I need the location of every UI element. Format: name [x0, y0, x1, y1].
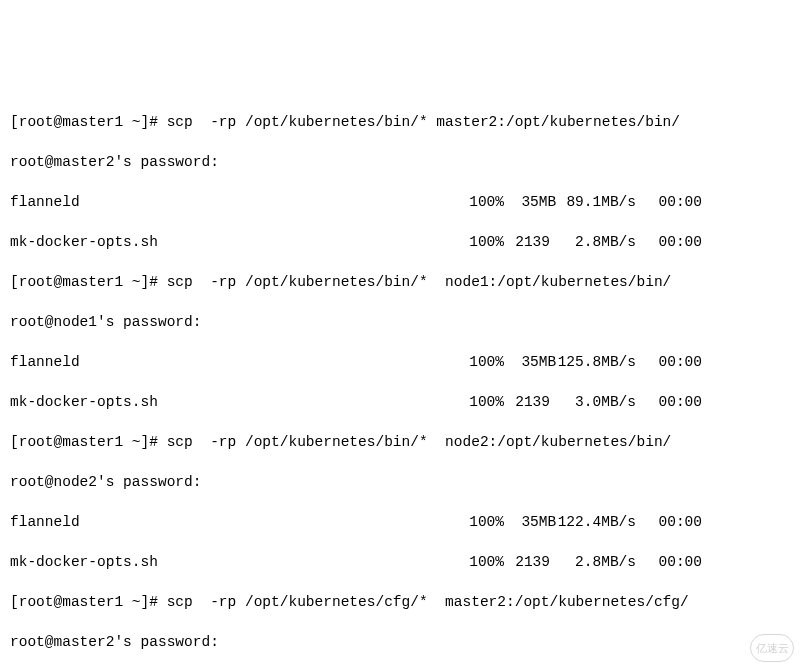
file-name: mk-docker-opts.sh [10, 392, 458, 412]
eta: 00:00 [636, 552, 702, 572]
rate: 122.4MB/s [550, 512, 636, 532]
size: 35MB [504, 192, 550, 212]
size: 2139 [504, 232, 550, 252]
eta: 00:00 [636, 192, 702, 212]
file-name: flanneld [10, 192, 458, 212]
password-prompt: root@master2's password: [10, 632, 790, 652]
eta: 00:00 [636, 512, 702, 532]
size: 2139 [504, 552, 550, 572]
cmd-line: [root@master1 ~]# scp -rp /opt/kubernete… [10, 432, 790, 452]
watermark: 亿速云 [742, 614, 794, 662]
rate: 2.8MB/s [550, 232, 636, 252]
scp-progress-line: mk-docker-opts.sh100% 21392.8MB/s00:00 [10, 552, 790, 572]
eta: 00:00 [636, 352, 702, 372]
scp-progress-line: flanneld100% 35MB122.4MB/s00:00 [10, 512, 790, 532]
cmd-line: [root@master1 ~]# scp -rp /opt/kubernete… [10, 592, 790, 612]
cmd-line: [root@master1 ~]# scp -rp /opt/kubernete… [10, 272, 790, 292]
percent: 100% [458, 232, 504, 252]
password-prompt: root@node1's password: [10, 312, 790, 332]
file-name: mk-docker-opts.sh [10, 232, 458, 252]
scp-progress-line: mk-docker-opts.sh100% 21392.8MB/s00:00 [10, 232, 790, 252]
rate: 125.8MB/s [550, 352, 636, 372]
scp-progress-line: flanneld100% 35MB89.1MB/s00:00 [10, 192, 790, 212]
percent: 100% [458, 512, 504, 532]
scp-progress-line: mk-docker-opts.sh100% 21393.0MB/s00:00 [10, 392, 790, 412]
eta: 00:00 [636, 392, 702, 412]
percent: 100% [458, 192, 504, 212]
percent: 100% [458, 392, 504, 412]
file-name: flanneld [10, 352, 458, 372]
watermark-text: 亿速云 [750, 634, 794, 662]
rate: 2.8MB/s [550, 552, 636, 572]
file-name: flanneld [10, 512, 458, 532]
eta: 00:00 [636, 232, 702, 252]
password-prompt: root@master2's password: [10, 152, 790, 172]
size: 35MB [504, 352, 550, 372]
password-prompt: root@node2's password: [10, 472, 790, 492]
terminal-output: [root@master1 ~]# scp -rp /opt/kubernete… [10, 92, 790, 668]
percent: 100% [458, 352, 504, 372]
scp-progress-line: flanneld100% 35MB125.8MB/s00:00 [10, 352, 790, 372]
rate: 89.1MB/s [550, 192, 636, 212]
file-name: mk-docker-opts.sh [10, 552, 458, 572]
size: 2139 [504, 392, 550, 412]
cmd-line: [root@master1 ~]# scp -rp /opt/kubernete… [10, 112, 790, 132]
rate: 3.0MB/s [550, 392, 636, 412]
percent: 100% [458, 552, 504, 572]
size: 35MB [504, 512, 550, 532]
